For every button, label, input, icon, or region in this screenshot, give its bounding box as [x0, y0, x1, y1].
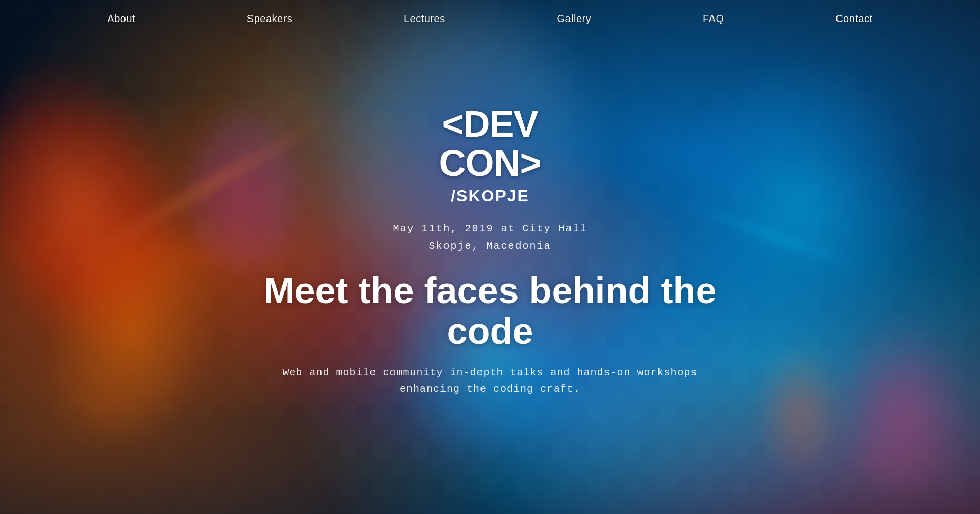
nav-item-lectures[interactable]: Lectures — [404, 13, 446, 25]
nav-item-gallery[interactable]: Gallery — [557, 13, 591, 25]
logo-line2: CON> — [439, 142, 541, 183]
hero-content: <DEV CON> /SKOPJE May 11th, 2019 at City… — [259, 105, 722, 397]
event-location: Skopje, Macedonia — [429, 241, 551, 252]
nav-item-contact[interactable]: Contact — [835, 13, 872, 25]
logo-text: <DEV CON> — [259, 105, 722, 182]
logo-line1: <DEV — [442, 103, 538, 144]
event-date: May 11th, 2019 at City Hall Skopje, Mace… — [259, 221, 722, 255]
nav-item-faq[interactable]: FAQ — [703, 13, 724, 25]
hero-title: Meet the faces behind the code — [259, 271, 722, 352]
nav-item-about[interactable]: About — [107, 13, 135, 25]
logo-skopje: /SKOPJE — [259, 187, 722, 206]
main-nav: About Speakers Lectures Gallery FAQ Cont… — [0, 0, 980, 38]
nav-item-speakers[interactable]: Speakers — [247, 13, 293, 25]
hero-section: About Speakers Lectures Gallery FAQ Cont… — [0, 0, 980, 514]
hero-subtitle: Web and mobile community in-depth talks … — [259, 364, 722, 397]
smoke-effect-8 — [749, 334, 851, 488]
event-date-line1: May 11th, 2019 at City Hall — [393, 223, 587, 235]
